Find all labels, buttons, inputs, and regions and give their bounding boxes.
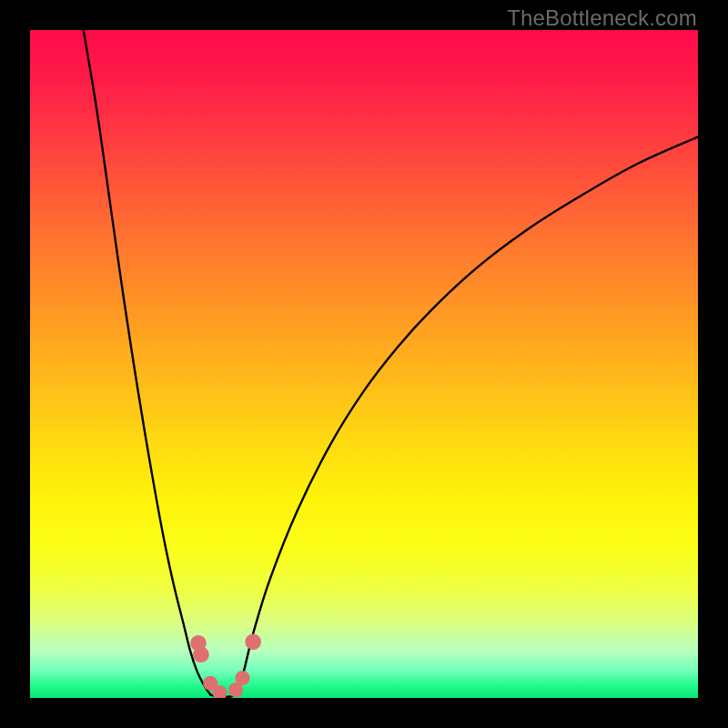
marker-dot [193, 646, 209, 662]
curve-layer [30, 30, 698, 698]
chart-frame: TheBottleneck.com [0, 0, 728, 728]
marker-dot [235, 671, 249, 685]
marker-dot [245, 634, 261, 651]
marker-group [190, 634, 261, 698]
series-left-branch [84, 30, 210, 694]
series-group [84, 30, 698, 697]
series-right-branch [238, 136, 698, 694]
watermark-text: TheBottleneck.com [507, 5, 697, 31]
plot-area [30, 30, 698, 698]
